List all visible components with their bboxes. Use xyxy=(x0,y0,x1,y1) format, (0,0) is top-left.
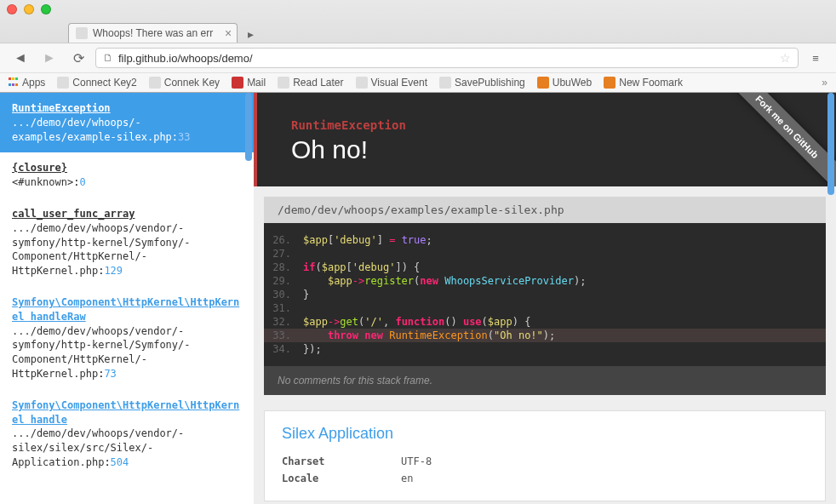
page-icon: 🗋 xyxy=(103,52,113,64)
frame-path: .../demo/dev/whoops/vendor/-symfony/http… xyxy=(12,221,242,278)
url-text: filp.github.io/whoops/demo/ xyxy=(118,52,253,65)
bookmark-link[interactable]: Connect Key2 xyxy=(57,77,136,89)
forward-button[interactable]: ► xyxy=(37,47,61,69)
bookmark-label: UbuWeb xyxy=(553,77,592,89)
bookmark-icon xyxy=(356,77,368,89)
code-line: 27. xyxy=(264,247,826,261)
exception-message: Oh no! xyxy=(291,135,802,164)
env-section: Silex Application CharsetUTF-8Localeen xyxy=(264,410,826,501)
frame-title: Symfony\Component\HttpKernel\HttpKernel … xyxy=(12,295,242,324)
main-scrollbar[interactable] xyxy=(827,93,834,195)
line-content: throw new RuntimeException("Oh no!"); xyxy=(303,329,826,341)
line-content: $app->register(new WhoopsServiceProvider… xyxy=(303,275,826,287)
code-line: 28.if($app['debug']) { xyxy=(264,261,826,274)
traffic-lights xyxy=(7,4,51,14)
line-number: 30. xyxy=(264,289,303,301)
browser-tab[interactable]: Whoops! There was an err × xyxy=(68,23,238,43)
frame-path: .../demo/dev/whoops/vendor/-silex/silex/… xyxy=(12,427,242,469)
line-number: 31. xyxy=(264,302,303,314)
bookmark-icon xyxy=(537,77,549,89)
env-section-title: Silex Application xyxy=(282,425,808,443)
bookmark-link[interactable]: UbuWeb xyxy=(537,77,592,89)
sidebar-scrollbar[interactable] xyxy=(245,93,252,161)
main-panel: RuntimeException Oh no! Fork me on GitHu… xyxy=(254,93,836,504)
frame-title: Symfony\Component\HttpKernel\HttpKernel … xyxy=(12,398,242,427)
code-snippet: 26.$app['debug'] = true;27.28.if($app['d… xyxy=(264,223,826,366)
code-line: 31. xyxy=(264,301,826,315)
bookmark-label: Mail xyxy=(247,77,266,89)
line-content: }); xyxy=(303,343,826,355)
url-bar[interactable]: 🗋 filp.github.io/whoops/demo/ ☆ xyxy=(95,48,799,68)
env-key: Locale xyxy=(282,472,401,484)
tab-favicon xyxy=(76,27,88,39)
frame-title: {closure} xyxy=(12,161,242,175)
bookmark-link[interactable]: Read Later xyxy=(278,77,343,89)
line-number: 33. xyxy=(264,329,303,341)
bookmark-link[interactable]: New Foomark xyxy=(604,77,683,89)
bookmarks-overflow-icon[interactable]: » xyxy=(822,77,827,89)
bookmark-label: Visual Event xyxy=(371,77,428,89)
frame-comments: No comments for this stack frame. xyxy=(264,366,826,395)
close-window-button[interactable] xyxy=(7,4,17,14)
bookmark-label: New Foomark xyxy=(619,77,683,89)
stack-frame[interactable]: {closure}<#unknown>:0 xyxy=(0,152,254,198)
bookmark-icon xyxy=(278,77,289,89)
stack-frames-sidebar[interactable]: RuntimeException.../demo/dev/whoops/-exa… xyxy=(0,93,254,504)
env-row: Localeen xyxy=(282,470,808,487)
bookmark-icon xyxy=(57,77,69,89)
bookmark-label: SavePublishing xyxy=(455,77,525,89)
new-tab-button[interactable]: ▸ xyxy=(243,26,259,43)
line-number: 28. xyxy=(264,261,303,273)
file-path: /demo/dev/whoops/examples/example-silex.… xyxy=(264,197,826,223)
tab-bar: Whoops! There was an err × ▸ xyxy=(0,19,836,43)
bookmark-icon xyxy=(439,77,451,89)
line-number: 32. xyxy=(264,316,303,328)
code-line: 34.}); xyxy=(264,342,826,356)
bookmark-icon xyxy=(604,77,616,89)
minimize-window-button[interactable] xyxy=(24,4,34,14)
code-line: 33. throw new RuntimeException("Oh no!")… xyxy=(264,329,826,342)
stack-frame[interactable]: call_user_func_array.../demo/dev/whoops/… xyxy=(0,198,254,287)
chrome-menu-button[interactable]: ≡ xyxy=(804,47,827,69)
reload-button[interactable]: ⟳ xyxy=(66,47,90,69)
line-number: 34. xyxy=(264,343,303,355)
bookmarks-bar: Apps Connect Key2 Connek Key Mail Read L… xyxy=(0,72,836,92)
code-line: 32.$app->get('/', function() use($app) { xyxy=(264,315,826,329)
code-line: 30.} xyxy=(264,288,826,301)
env-key: Charset xyxy=(282,455,401,467)
frame-path: <#unknown>:0 xyxy=(12,175,242,190)
frame-title: RuntimeException xyxy=(12,101,242,116)
bookmark-link[interactable]: Connek Key xyxy=(149,77,220,89)
bookmark-label: Apps xyxy=(22,77,45,89)
code-line: 29. $app->register(new WhoopsServiceProv… xyxy=(264,274,826,288)
line-content xyxy=(303,248,826,260)
bookmark-label: Connect Key2 xyxy=(72,77,136,89)
bookmark-label: Read Later xyxy=(293,77,343,89)
bookmark-link[interactable]: Mail xyxy=(232,77,266,89)
line-content: $app->get('/', function() use($app) { xyxy=(303,316,826,328)
page-content: RuntimeException.../demo/dev/whoops/-exa… xyxy=(0,93,836,504)
env-row: CharsetUTF-8 xyxy=(282,453,808,470)
exception-type: RuntimeException xyxy=(291,118,802,132)
frame-path: .../demo/dev/whoops/vendor/-symfony/http… xyxy=(12,324,242,381)
line-number: 27. xyxy=(264,248,303,260)
tab-close-icon[interactable]: × xyxy=(225,26,232,40)
stack-frame[interactable]: Symfony\Component\HttpKernel\HttpKernel … xyxy=(0,287,254,390)
zoom-window-button[interactable] xyxy=(41,4,51,14)
env-value: en xyxy=(401,472,413,484)
back-button[interactable]: ◄ xyxy=(9,47,32,69)
bookmark-star-icon[interactable]: ☆ xyxy=(780,51,791,65)
stack-frame[interactable]: RuntimeException.../demo/dev/whoops/-exa… xyxy=(0,93,254,152)
bookmark-link[interactable]: Visual Event xyxy=(356,77,428,89)
bookmark-icon xyxy=(149,77,161,89)
apps-bookmark[interactable]: Apps xyxy=(9,77,45,89)
line-content: if($app['debug']) { xyxy=(303,261,826,273)
bookmark-icon xyxy=(232,77,243,89)
stack-frame[interactable]: Symfony\Component\HttpKernel\HttpKernel … xyxy=(0,390,254,478)
error-header: RuntimeException Oh no! Fork me on GitHu… xyxy=(254,93,836,186)
bookmark-label: Connek Key xyxy=(164,77,220,89)
line-content: $app['debug'] = true; xyxy=(303,234,826,246)
line-number: 29. xyxy=(264,275,303,287)
nav-bar: ◄ ► ⟳ 🗋 filp.github.io/whoops/demo/ ☆ ≡ xyxy=(0,43,836,72)
bookmark-link[interactable]: SavePublishing xyxy=(439,77,525,89)
